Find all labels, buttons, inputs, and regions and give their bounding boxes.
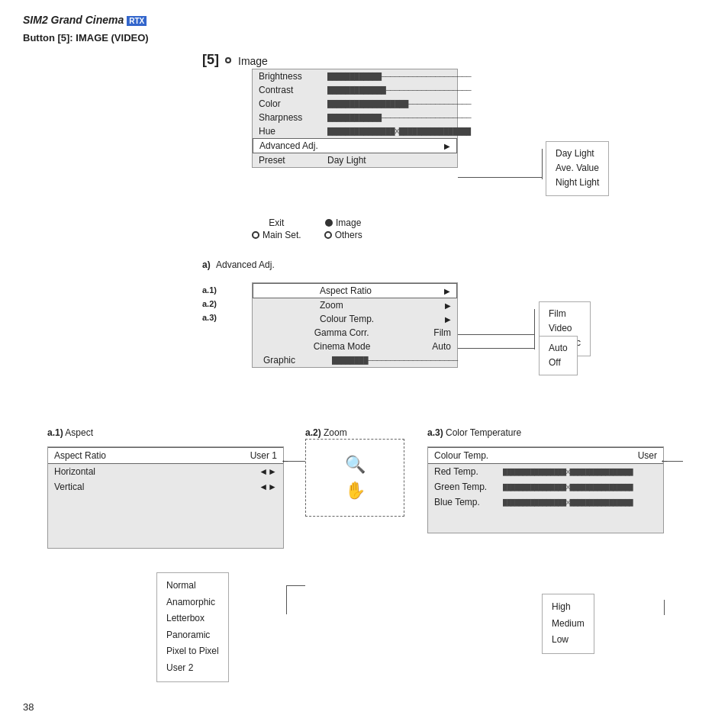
color-label: Color [259,98,327,109]
zoom-title-label: a.2) [305,427,321,438]
brightness-item[interactable]: Brightness ████████████─────────────────… [253,69,457,83]
sharpness-item[interactable]: Sharpness ████████████──────────────────… [253,111,457,124]
aspect-ratio-row-label: Aspect Ratio [54,450,250,461]
colortemp-options-box: High Medium Low [542,594,594,654]
main-set-bullet [252,231,259,239]
colortemp-title-text: Color Temperature [446,427,521,438]
colortemp-row-label: Colour Temp. [434,450,638,461]
image-menu-box: Brightness ████████████─────────────────… [252,69,458,168]
section5-bullet-icon [225,57,231,63]
advanced-adj-item[interactable]: Advanced Adj. ▶ [253,138,457,153]
connector-aspect-arrow: ← [281,456,290,466]
cinema-item[interactable]: Cinema Mode Auto [253,340,457,353]
cinema-opt-off: Off [549,356,568,370]
zoom-section-title: a.2) Zoom [305,427,347,438]
blue-temp-item[interactable]: Blue Temp. ████████████████X████████████… [428,494,663,510]
green-temp-bar: ████████████████X████████████████ [503,484,633,491]
a1-label: a.1) [202,285,217,295]
connector-aspect-v [286,585,287,614]
zoom-title-text: Zoom [324,427,347,438]
colortemp-opt-high: High [552,599,585,616]
sharpness-label: Sharpness [259,112,327,123]
aspect-opt-anamorphic: Anamorphic [166,594,219,611]
colour-temp-label: Colour Temp. [320,314,388,324]
color-bar: ██████████████████────────────── [327,100,471,108]
daylight-opt3: Night Light [556,176,599,190]
vertical-item[interactable]: Vertical ◄► [48,479,283,494]
contrast-bar: █████████████─────────────────── [327,86,471,94]
brightness-bar: ████████████──────────────────── [327,72,471,80]
colortemp-padding [428,510,663,533]
red-temp-bar: ████████████████X████████████████ [503,469,633,475]
connector-gamma-v [534,309,535,336]
connector-cinema [458,348,534,349]
nav-row: Exit Main Set. Image Others [252,217,362,240]
colortemp-section-title: a.3) Color Temperature [427,427,521,438]
advanced-adj-label: Advanced Adj. [259,140,328,151]
aspect-opt-letterbox: Letterbox [166,610,219,627]
cinema-options-box: Auto Off [539,336,578,375]
zoom-arrow: ▶ [445,301,451,310]
aspect-opt-panoramic: Panoramic [166,627,219,644]
hue-item[interactable]: Hue ███████████████X████████████████ [253,124,457,138]
daylight-opt1: Day Light [556,147,599,161]
aspect-ratio-arrow: ▶ [444,287,450,295]
others-bullet [324,231,332,239]
image-group: Image Others [324,217,362,240]
page-title: Button [5]: IMAGE (VIDEO) [23,32,149,43]
connector-gamma [458,334,534,335]
image-nav-label: Image [336,217,361,228]
colortemp-selected-row[interactable]: Colour Temp. User [428,447,663,464]
red-temp-item[interactable]: Red Temp. ████████████████X█████████████… [428,464,663,479]
cinema-label: Cinema Mode [314,341,382,352]
contrast-item[interactable]: Contrast █████████████──────────────────… [253,83,457,97]
zoom-search-icon: 🔍 [317,455,392,475]
aspect-opt-pixel: Pixel to Pixel [166,643,219,660]
aspect-padding [48,494,283,548]
connector-colortemp-arrow: ← [660,456,669,466]
blue-temp-bar: ████████████████X████████████████ [503,499,633,506]
zoom-hand-icon: ✋ [317,481,392,501]
connector-aspect-h [286,585,305,586]
zoom-dashed-box: 🔍 ✋ [305,439,404,517]
aspect-ratio-row-value: User 1 [250,450,277,461]
advanced-adj-arrow: ▶ [444,142,450,150]
green-temp-label: Green Temp. [434,482,503,492]
aspect-ratio-item[interactable]: Aspect Ratio ▶ [253,283,457,298]
aspect-menu-box: Aspect Ratio User 1 Horizontal ◄► Vertic… [47,446,284,549]
gamma-item[interactable]: Gamma Corr. Film [253,326,457,340]
section5-title: Image [238,55,268,67]
aspect-options-box: Normal Anamorphic Letterbox Panoramic Pi… [156,572,229,682]
colour-temp-item[interactable]: Colour Temp. ▶ [253,312,457,326]
brand-name-text: SIM2 Grand Cinema [23,14,124,26]
colortemp-opt-medium: Medium [552,616,585,633]
red-temp-label: Red Temp. [434,466,503,477]
zoom-item[interactable]: Zoom ▶ [253,298,457,312]
hue-label: Hue [259,126,327,137]
adv-label-text: Advanced Adj. [216,259,275,270]
colortemp-row-value: User [638,450,657,461]
preset-label: Preset [259,155,327,166]
color-item[interactable]: Color ██████████████████────────────── [253,97,457,111]
zoom-label: Zoom [320,300,388,311]
colortemp-title-label: a.3) [427,427,443,438]
horizontal-arrows: ◄► [259,466,277,477]
graphic-label: Graphic [263,355,332,366]
adv-menu-box: Aspect Ratio ▶ Zoom ▶ Colour Temp. ▶ Gam… [252,282,458,368]
gamma-opt-video: Video [549,321,581,336]
others-label: Others [335,230,362,240]
preset-value: Day Light [327,155,366,166]
daylight-opt2: Ave. Value [556,161,599,176]
blue-temp-label: Blue Temp. [434,497,503,507]
aspect-title-label: a.1) [47,427,63,438]
green-temp-item[interactable]: Green Temp. ████████████████X███████████… [428,479,663,494]
exit-group: Exit Main Set. [252,217,301,240]
horizontal-item[interactable]: Horizontal ◄► [48,464,283,479]
adv-section-heading: a) Advanced Adj. [202,259,275,270]
adv-label-a: a) [202,259,211,270]
colour-temp-arrow: ▶ [445,315,451,324]
aspect-ratio-label: Aspect Ratio [320,285,388,296]
graphic-item[interactable]: Graphic ████████──────────────────── [253,353,457,367]
gamma-label: Gamma Corr. [314,327,383,338]
aspect-ratio-selected-row[interactable]: Aspect Ratio User 1 [48,447,283,464]
